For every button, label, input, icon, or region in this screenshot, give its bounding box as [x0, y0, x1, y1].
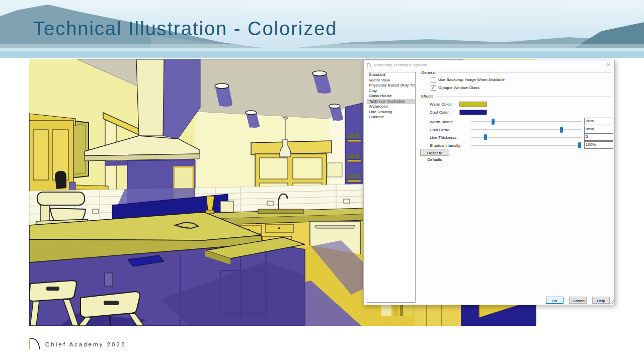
general-group-label: General — [421, 70, 435, 75]
shadow-intensity-input[interactable]: 100% — [584, 141, 613, 149]
shadow-intensity-slider[interactable] — [471, 142, 582, 148]
line-thickness-track — [471, 137, 582, 138]
footer-text: Chief Academy 2022 — [45, 341, 126, 347]
cool-blend-track — [471, 129, 582, 130]
line-thickness-slider[interactable] — [471, 134, 582, 140]
dialog-title-bar[interactable]: Rendering Technique Options × — [364, 60, 614, 70]
cool-blend-slider[interactable] — [471, 127, 582, 133]
line-thickness-input[interactable]: 5 — [584, 133, 613, 141]
warm-blend-input[interactable]: 28% — [584, 118, 613, 125]
page-title: Technical Illustration - Colorized — [33, 18, 337, 40]
cool-blend-thumb[interactable] — [560, 127, 563, 133]
chief-academy-logo — [27, 335, 42, 351]
line-thickness-label: Line Thickness: — [430, 135, 457, 140]
cancel-button[interactable]: Cancel — [569, 297, 587, 304]
upper-cabinets — [29, 114, 80, 199]
cool-color-swatch[interactable] — [459, 110, 487, 115]
technique-item-line-drawing[interactable]: Line Drawing — [367, 110, 415, 115]
technique-item-physically-based[interactable]: Physically Based (Ray Trace) — [367, 83, 415, 88]
resize-grip[interactable] — [610, 300, 614, 304]
technique-item-glass-house[interactable]: Glass House — [367, 94, 415, 99]
warm-color-swatch[interactable] — [459, 102, 487, 107]
effects-group-label: Effects — [421, 94, 433, 99]
chief-architect-icon — [366, 62, 372, 68]
shadow-intensity-track — [471, 145, 582, 146]
technique-item-technical-illustration[interactable]: Technical Illustration — [367, 99, 415, 105]
warm-blend-track — [471, 121, 582, 122]
warm-blend-thumb[interactable] — [492, 119, 495, 125]
technique-item-vector-view[interactable]: Vector View — [367, 78, 415, 83]
rendering-technique-options-dialog: Rendering Technique Options × Standard V… — [363, 60, 615, 305]
technique-item-watercolor[interactable]: Watercolor — [367, 104, 415, 110]
warm-blend-label: Warm Blend: — [430, 120, 453, 124]
warm-color-label: Warm Color: — [430, 102, 452, 107]
general-group-line — [438, 72, 611, 73]
technique-item-clay[interactable]: Clay — [367, 88, 415, 94]
cool-blend-input[interactable]: 85% — [584, 126, 613, 133]
use-backdrop-label: Use Backdrop Image When Available — [438, 77, 505, 82]
help-button[interactable]: Help — [592, 297, 610, 304]
small-wall-art — [327, 163, 342, 177]
shadow-intensity-thumb[interactable] — [578, 142, 581, 148]
line-thickness-thumb[interactable] — [484, 134, 487, 140]
technique-list: Standard Vector View Physically Based (R… — [367, 72, 416, 303]
close-icon[interactable]: × — [604, 61, 612, 69]
opaque-glass-label: Opaque Window Glass — [438, 85, 479, 90]
ok-button[interactable]: OK — [546, 297, 564, 304]
use-backdrop-checkbox[interactable] — [431, 77, 436, 82]
effects-group-line — [436, 96, 611, 97]
cool-blend-label: Cool Blend: — [430, 128, 450, 132]
cool-color-label: Cool Color: — [430, 110, 450, 115]
opaque-glass-checkbox[interactable] — [431, 85, 436, 90]
technique-item-duotone[interactable]: Duotone — [367, 115, 415, 120]
warm-blend-slider[interactable] — [471, 119, 582, 125]
shadow-intensity-label: Shadow Intensity: — [430, 143, 461, 148]
reset-to-defaults-button[interactable]: Reset to Defaults — [420, 149, 449, 156]
dialog-title: Rendering Technique Options — [374, 63, 427, 67]
technique-item-standard[interactable]: Standard — [367, 72, 415, 78]
